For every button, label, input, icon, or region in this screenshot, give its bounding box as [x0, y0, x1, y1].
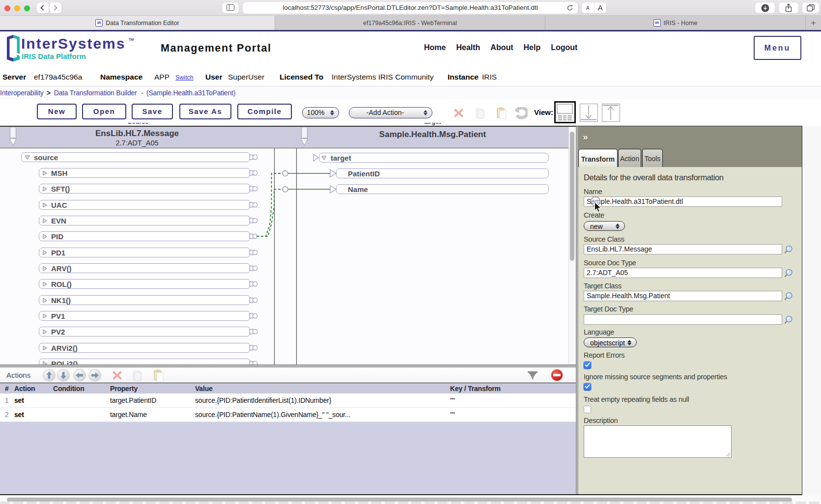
- open-button[interactable]: Open: [82, 104, 126, 119]
- tree-node-pd1[interactable]: PD1: [39, 248, 251, 257]
- expand-triangle-icon[interactable]: [42, 281, 48, 287]
- nav-logout[interactable]: Logout: [551, 43, 577, 52]
- nav-about[interactable]: About: [490, 43, 513, 52]
- action-row[interactable]: 2 set target.Name source.{PID:PatientNam…: [0, 408, 576, 422]
- expand-triangle-icon[interactable]: [42, 218, 48, 224]
- save-button[interactable]: Save: [132, 104, 173, 119]
- filter-icon[interactable]: [527, 371, 538, 380]
- description-textarea[interactable]: [584, 425, 732, 458]
- source-doc-input[interactable]: 2.7:ADT_A05: [584, 268, 782, 278]
- window-close-button[interactable]: [4, 5, 10, 11]
- new-button[interactable]: New: [37, 104, 77, 119]
- col-key-header[interactable]: Key / Transform: [450, 385, 501, 392]
- breadcrumb-page[interactable]: Data Transformation Builder: [54, 89, 137, 97]
- nav-health[interactable]: Health: [456, 43, 480, 52]
- tree-node-target[interactable]: target: [319, 153, 549, 163]
- target-class-input[interactable]: Sample.Health.Msg.Patient: [584, 291, 782, 301]
- tree-node-rol[interactable]: ROL(): [39, 279, 251, 289]
- intersystems-logo[interactable]: InterSystems TM IRIS Data Platform: [6, 34, 144, 66]
- view-top-button[interactable]: [602, 104, 620, 122]
- expand-triangle-icon[interactable]: [42, 345, 48, 351]
- compile-button[interactable]: Compile: [237, 104, 292, 119]
- tree-node-pid[interactable]: PID: [39, 231, 251, 241]
- view-bottom-button[interactable]: [580, 104, 598, 122]
- breadcrumb-root[interactable]: Interoperability: [0, 89, 44, 97]
- view-split-button[interactable]: [554, 101, 576, 123]
- tab-overview-button[interactable]: [802, 2, 819, 13]
- browser-tab-iris-home[interactable]: IR IRIS - Home: [545, 16, 806, 30]
- diagram-vscrollbar-thumb[interactable]: [570, 132, 574, 261]
- zoom-select[interactable]: 100%: [302, 107, 339, 118]
- scroll-marker-icon[interactable]: [9, 127, 17, 148]
- expand-triangle-icon[interactable]: [42, 329, 48, 335]
- col-property-header[interactable]: Property: [110, 385, 138, 392]
- fontsize-buttons[interactable]: A A: [582, 2, 606, 13]
- expand-triangle-icon[interactable]: [42, 361, 48, 365]
- tab-tools[interactable]: Tools: [642, 149, 663, 167]
- window-minimize-button[interactable]: [14, 5, 20, 11]
- expand-triangle-icon[interactable]: [42, 313, 48, 319]
- tree-node-evn[interactable]: EVN: [39, 216, 251, 225]
- tree-node-arv[interactable]: ARV(): [39, 263, 251, 273]
- create-select[interactable]: new: [584, 221, 625, 231]
- language-select[interactable]: objectscript: [584, 337, 637, 347]
- move-up-button[interactable]: [43, 369, 55, 381]
- tree-node-msh[interactable]: MSH: [39, 168, 251, 178]
- tree-node-roli2[interactable]: ROLi2(): [39, 359, 251, 364]
- expand-triangle-icon[interactable]: [42, 202, 48, 208]
- expand-triangle-icon[interactable]: [42, 170, 48, 176]
- tree-node-pv2[interactable]: PV2: [39, 327, 251, 336]
- expand-triangle-icon[interactable]: [42, 298, 48, 303]
- browser-tab-webterminal[interactable]: ef179a45c96a:IRIS - WebTerminal: [275, 16, 545, 30]
- col-value-header[interactable]: Value: [195, 385, 213, 392]
- action-row[interactable]: 1 set target.PatientID source.{PID:Patie…: [0, 393, 576, 408]
- tree-node-name[interactable]: Name: [336, 184, 549, 194]
- report-errors-checkbox[interactable]: [584, 362, 591, 369]
- address-bar[interactable]: localhost:52773/csp/app/EnsPortal.DTLEdi…: [243, 2, 578, 14]
- target-doc-input[interactable]: [584, 314, 782, 325]
- save-as-button[interactable]: Save As: [179, 104, 231, 119]
- nav-help[interactable]: Help: [524, 43, 541, 52]
- increase-font-button[interactable]: A: [595, 2, 607, 13]
- add-action-select[interactable]: -Add Action-: [349, 107, 432, 118]
- lookup-icon[interactable]: [784, 245, 793, 254]
- tree-node-pv1[interactable]: PV1: [39, 311, 251, 321]
- share-button[interactable]: [779, 2, 798, 13]
- col-num-header[interactable]: #: [5, 385, 9, 392]
- tab-transform[interactable]: Transform: [578, 149, 618, 167]
- reload-icon[interactable]: [566, 4, 573, 11]
- tab-action[interactable]: Action: [618, 149, 641, 167]
- tree-node-patientid[interactable]: PatientID: [336, 168, 549, 178]
- browser-forward-button[interactable]: [50, 2, 61, 13]
- ignore-missing-checkbox[interactable]: [584, 383, 591, 391]
- new-tab-button[interactable]: +: [806, 16, 821, 30]
- collapse-panel-icon[interactable]: »: [583, 132, 588, 142]
- window-zoom-button[interactable]: [24, 5, 30, 11]
- browser-tab-dtl-editor[interactable]: IR Data Transformation Editor: [0, 16, 275, 30]
- lookup-icon[interactable]: [784, 292, 793, 301]
- collapse-triangle-icon[interactable]: [25, 155, 30, 160]
- decrease-font-button[interactable]: A: [582, 2, 595, 13]
- source-class-input[interactable]: EnsLib.HL7.Message: [584, 244, 782, 254]
- nav-home[interactable]: Home: [424, 43, 446, 52]
- menu-button[interactable]: Menu: [754, 36, 801, 60]
- expand-triangle-icon[interactable]: [42, 250, 48, 255]
- col-action-header[interactable]: Action: [14, 385, 35, 392]
- treat-empty-checkbox[interactable]: [584, 406, 591, 413]
- lookup-icon[interactable]: [784, 315, 793, 324]
- move-right-button[interactable]: [89, 369, 101, 381]
- scroll-marker-icon[interactable]: [301, 127, 308, 148]
- tree-node-uac[interactable]: UAC: [39, 200, 251, 210]
- browser-back-button[interactable]: [37, 2, 49, 13]
- tree-node-nk1[interactable]: NK1(): [39, 295, 251, 305]
- name-input[interactable]: Sample.Health.a31ToPatient.dtl: [584, 196, 782, 207]
- move-down-button[interactable]: [57, 369, 69, 381]
- tree-node-arvi2[interactable]: ARVi2(): [39, 343, 251, 353]
- move-left-button[interactable]: [74, 369, 85, 381]
- expand-triangle-icon[interactable]: [42, 234, 48, 239]
- collapse-triangle-icon[interactable]: [321, 155, 327, 161]
- col-condition-header[interactable]: Condition: [53, 385, 85, 392]
- switch-link[interactable]: Switch: [175, 74, 194, 81]
- downloads-button[interactable]: [755, 2, 775, 13]
- expand-triangle-icon[interactable]: [42, 266, 48, 271]
